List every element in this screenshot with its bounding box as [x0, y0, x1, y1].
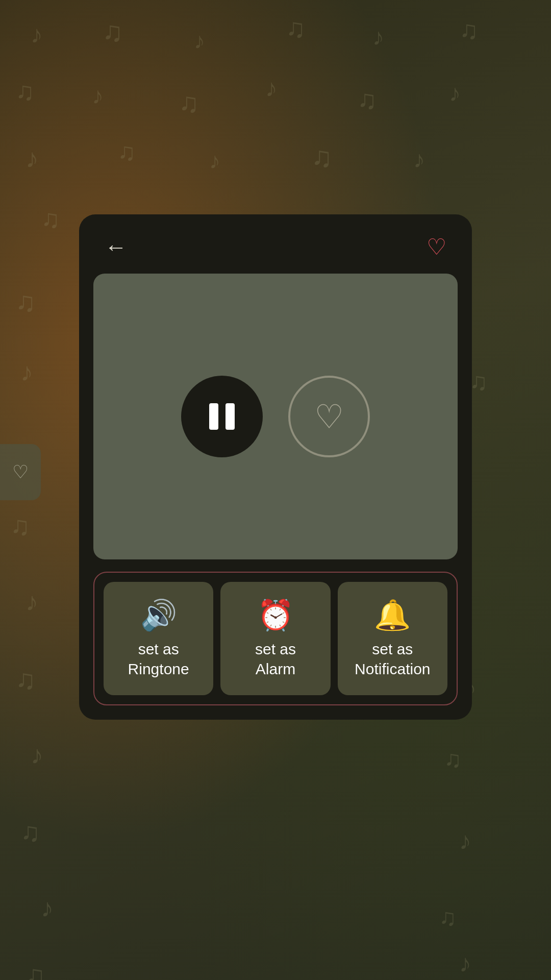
- set-as-notification-button[interactable]: 🔔 set asNotification: [338, 582, 447, 695]
- action-buttons-section: 🔊 set asRingtone ⏰ set asAlarm 🔔 set asN…: [93, 572, 458, 705]
- album-art-area: ♡: [93, 274, 458, 559]
- like-circle-button[interactable]: ♡: [288, 376, 370, 457]
- notification-icon: 🔔: [374, 600, 411, 630]
- pause-bar-left: [209, 403, 218, 430]
- ringtone-label: set asRingtone: [128, 639, 189, 679]
- alarm-icon: ⏰: [257, 600, 294, 630]
- side-favorite-button[interactable]: ♡: [0, 444, 41, 500]
- favorite-button[interactable]: ♡: [427, 236, 446, 258]
- side-heart-icon: ♡: [12, 461, 29, 483]
- alarm-label: set asAlarm: [255, 639, 296, 679]
- main-player-card: ← ♡ ♡ 🔊 set asRingtone ⏰ set asAlarm 🔔 s…: [79, 214, 472, 720]
- back-button[interactable]: ←: [105, 236, 127, 258]
- pause-bar-right: [226, 403, 235, 430]
- card-top-bar: ← ♡: [79, 214, 472, 274]
- set-as-ringtone-button[interactable]: 🔊 set asRingtone: [104, 582, 213, 695]
- notification-label: set asNotification: [355, 639, 430, 679]
- like-heart-icon: ♡: [314, 398, 344, 436]
- pause-icon: [209, 403, 235, 430]
- set-as-alarm-button[interactable]: ⏰ set asAlarm: [220, 582, 330, 695]
- pause-button[interactable]: [181, 376, 263, 457]
- ringtone-icon: 🔊: [140, 600, 177, 630]
